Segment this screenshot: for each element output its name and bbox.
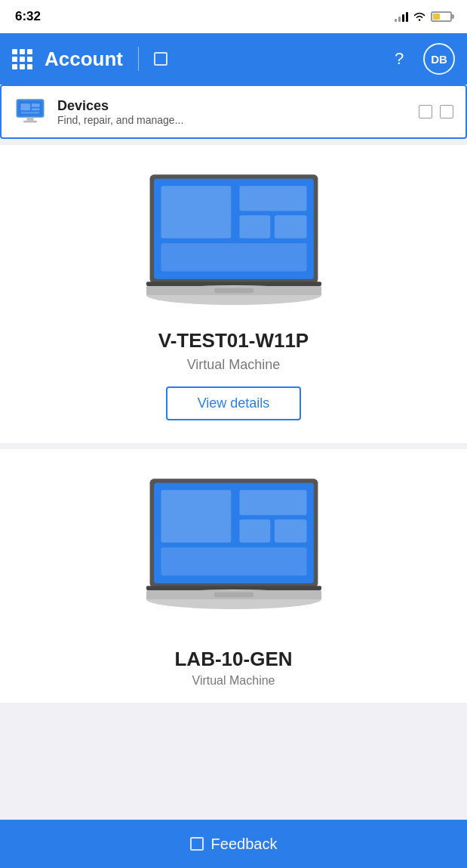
help-icon[interactable]: ?	[387, 49, 411, 69]
battery-fill	[433, 14, 440, 20]
svg-rect-3	[23, 121, 37, 123]
svg-rect-22	[239, 490, 306, 515]
svg-rect-29	[214, 592, 253, 596]
header: Account ? DB	[0, 33, 467, 85]
svg-rect-21	[161, 490, 231, 543]
devices-card-title: Devices	[57, 98, 408, 114]
svg-rect-23	[239, 519, 270, 543]
svg-rect-10	[161, 186, 231, 239]
devices-text: Devices Find, repair, and manage...	[57, 98, 408, 126]
header-square-icon[interactable]	[154, 52, 167, 66]
device1-name: V-TEST01-W11P	[158, 329, 309, 352]
svg-rect-11	[239, 186, 306, 211]
svg-rect-18	[214, 288, 253, 293]
status-icons	[395, 11, 452, 22]
card-checkbox-2[interactable]	[440, 105, 453, 119]
monitor-icon	[15, 98, 45, 125]
device1-laptop-image	[136, 168, 332, 311]
device1-section: V-TEST01-W11P Virtual Machine View detai…	[0, 145, 467, 443]
device2-type: Virtual Machine	[192, 674, 275, 688]
svg-rect-12	[239, 215, 270, 239]
wifi-icon	[413, 11, 426, 22]
svg-rect-24	[274, 519, 306, 543]
devices-card-subtitle: Find, repair, and manage...	[57, 114, 408, 126]
avatar[interactable]: DB	[423, 43, 455, 75]
svg-rect-25	[161, 547, 306, 575]
svg-rect-7	[20, 112, 39, 114]
grid-menu-icon[interactable]	[12, 49, 32, 69]
svg-rect-5	[32, 103, 40, 107]
svg-rect-6	[32, 109, 40, 111]
device2-name: LAB-10-GEN	[174, 648, 292, 671]
signal-bars-icon	[395, 11, 408, 22]
main-content: Devices Find, repair, and manage...	[0, 85, 467, 868]
svg-rect-4	[20, 103, 30, 110]
device2-laptop-image	[136, 472, 332, 615]
battery-icon	[431, 11, 452, 22]
view-details-button[interactable]: View details	[166, 386, 302, 420]
card-checkboxes	[419, 105, 453, 119]
device1-type: Virtual Machine	[187, 357, 281, 373]
device2-section: LAB-10-GEN Virtual Machine	[0, 449, 467, 703]
status-time: 6:32	[15, 9, 41, 24]
status-bar: 6:32	[0, 0, 467, 33]
card-checkbox-1[interactable]	[419, 105, 432, 119]
feedback-bar[interactable]: Feedback	[0, 820, 467, 868]
devices-card[interactable]: Devices Find, repair, and manage...	[0, 85, 467, 139]
feedback-label: Feedback	[211, 836, 278, 853]
header-divider	[138, 47, 139, 71]
svg-rect-13	[274, 215, 306, 239]
page-title: Account	[45, 48, 123, 71]
devices-icon-wrap	[14, 95, 47, 128]
svg-rect-2	[27, 117, 34, 121]
feedback-checkbox-icon	[190, 837, 204, 851]
svg-rect-14	[161, 243, 306, 271]
